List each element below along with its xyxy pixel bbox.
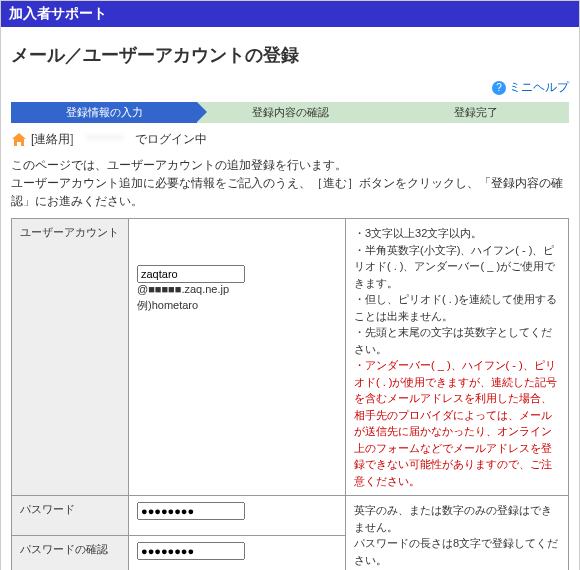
- form-table: ユーザーアカウント @■■■■■.zaq.ne.jp 例)hometaro ・3…: [11, 218, 569, 570]
- intro-text: このページでは、ユーザーアカウントの追加登録を行います。 ユーザーアカウント追加…: [11, 156, 569, 210]
- password-confirm-input[interactable]: [137, 542, 245, 560]
- login-user: ********: [74, 133, 135, 147]
- login-status: [連絡用] ******** でログイン中: [11, 131, 569, 148]
- step-2-label: 登録内容の確認: [252, 106, 329, 118]
- stepper: 登録情報の入力 登録内容の確認 登録完了: [11, 102, 569, 123]
- password-label: パスワード: [12, 496, 129, 536]
- account-input[interactable]: [137, 265, 245, 283]
- step-2: 登録内容の確認: [197, 102, 383, 123]
- page-title: メール／ユーザーアカウントの登録: [11, 43, 569, 67]
- account-example: 例)hometaro: [137, 298, 337, 313]
- home-icon: [11, 132, 27, 148]
- step-1: 登録情報の入力: [11, 102, 197, 123]
- password-input[interactable]: [137, 502, 245, 520]
- account-input-cell: @■■■■■.zaq.ne.jp 例)hometaro: [129, 219, 346, 496]
- header-title: 加入者サポート: [9, 5, 107, 21]
- account-desc: ・3文字以上32文字以内。 ・半角英数字(小文字)、ハイフン( - )、ピリオド…: [346, 219, 569, 496]
- step-3-label: 登録完了: [454, 106, 498, 118]
- minihelp-link[interactable]: ?ミニヘルプ: [492, 80, 569, 94]
- password-input-cell: [129, 496, 346, 536]
- minihelp-label: ミニヘルプ: [509, 80, 569, 94]
- login-suffix: でログイン中: [135, 131, 207, 148]
- intro-line2: ユーザーアカウント追加に必要な情報をご記入のうえ、［進む］ボタンをクリックし、「…: [11, 174, 569, 210]
- login-prefix: [連絡用]: [31, 131, 74, 148]
- password-confirm-label: パスワードの確認: [12, 535, 129, 570]
- minihelp-row: ?ミニヘルプ: [11, 79, 569, 96]
- intro-line1: このページでは、ユーザーアカウントの追加登録を行います。: [11, 156, 569, 174]
- help-icon: ?: [492, 81, 506, 95]
- account-suffix: @■■■■■.zaq.ne.jp: [137, 283, 229, 295]
- password-confirm-cell: [129, 535, 346, 570]
- account-label: ユーザーアカウント: [12, 219, 129, 496]
- header-bar: 加入者サポート: [1, 1, 579, 27]
- password-desc: 英字のみ、または数字のみの登録はできません。 パスワードの長さは8文字で登録して…: [346, 496, 569, 571]
- step-1-label: 登録情報の入力: [66, 106, 143, 118]
- step-3: 登録完了: [383, 102, 569, 123]
